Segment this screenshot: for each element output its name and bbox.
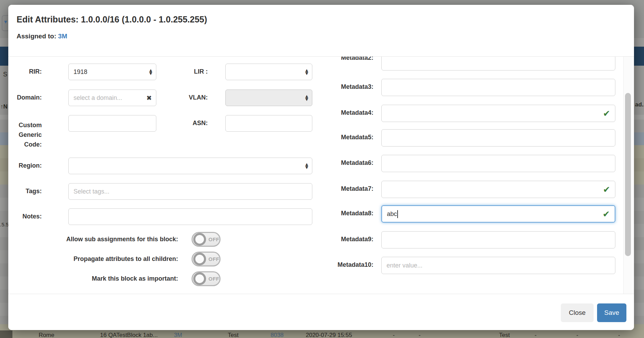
metadata6-input[interactable] — [381, 155, 615, 172]
propagate-attributes-toggle[interactable]: OFF — [192, 252, 221, 266]
clear-domain-icon[interactable]: ✖ — [146, 94, 152, 102]
assigned-to-line: Assigned to: 3M — [17, 32, 67, 40]
domain-input[interactable]: select a domain... ✖ — [68, 90, 156, 106]
metadata8-input[interactable]: abc ✔ — [381, 205, 615, 223]
metadata10-label: Metadata10: — [305, 261, 373, 269]
metadata9-label: Metadata9: — [305, 236, 373, 243]
bg-cell-dash: - — [618, 332, 620, 338]
modal-scrollbar-track[interactable] — [623, 57, 634, 294]
tags-input[interactable]: Select tags... — [68, 183, 312, 200]
bg-cell-blockname: 16 QATestBlock 1ab... — [100, 332, 158, 338]
tags-placeholder: Select tags... — [74, 188, 109, 195]
metadata2-input[interactable] — [381, 57, 615, 71]
bg-cell-text: Test — [228, 332, 238, 338]
metadata6-label: Metadata6: — [305, 159, 373, 167]
bg-header-right-fragment: ad... — [635, 101, 644, 108]
metadata10-placeholder: enter value... — [387, 262, 422, 269]
vlan-label: VLAN: — [160, 94, 208, 101]
metadata5-input[interactable] — [381, 129, 615, 147]
modal-title: Edit Attributes: 1.0.0.0/16 (1.0.0.0 - 1… — [17, 15, 207, 25]
select-arrows-icon: ▲▼ — [305, 95, 308, 101]
modal-scrollbar-thumb[interactable] — [625, 93, 631, 256]
bg-cell-region: Rome — [39, 332, 54, 338]
toggle-knob — [193, 272, 206, 285]
toggle-state-label: OFF — [208, 276, 219, 282]
bg-cell-dash: - — [576, 332, 578, 338]
assigned-to-link[interactable]: 3M — [58, 32, 67, 40]
allow-sub-assignments-label: Allow sub assignments for this block: — [43, 236, 178, 243]
bg-cell-datetime: 2020-07-29 15:55 — [306, 332, 352, 338]
modal-body-scroll-area: RIR: 1918 ▲▼ LIR : ▲▼ Domain: select a d… — [8, 57, 634, 294]
region-select[interactable]: ▲▼ — [68, 158, 312, 174]
metadata2-label: Metadata2: — [305, 57, 373, 61]
rir-select-value: 1918 — [74, 68, 87, 76]
rir-label: RIR: — [8, 68, 42, 75]
close-button[interactable]: Close — [561, 303, 594, 322]
metadata3-input[interactable] — [381, 79, 615, 96]
modal-footer: Close Save — [8, 294, 634, 330]
toggle-state-label: OFF — [208, 256, 219, 262]
region-label: Region: — [8, 162, 42, 169]
valid-check-icon: ✔ — [603, 109, 610, 119]
mark-important-toggle[interactable]: OFF — [192, 271, 221, 286]
metadata4-label: Metadata4: — [305, 109, 373, 116]
asn-input[interactable] — [225, 115, 312, 132]
metadata9-input[interactable] — [381, 231, 615, 248]
lir-label: LIR : — [160, 68, 208, 75]
metadata8-label: Metadata8: — [305, 210, 373, 217]
custom-generic-code-input[interactable] — [68, 115, 156, 132]
bg-search-fragment: S — [3, 71, 7, 78]
bg-cell-dash: - — [535, 332, 537, 338]
select-arrows-icon: ▲▼ — [305, 69, 308, 75]
assigned-to-label: Assigned to: — [17, 32, 56, 40]
lir-select[interactable]: ▲▼ — [225, 64, 312, 80]
valid-check-icon: ✔ — [603, 185, 610, 195]
toggle-knob — [193, 253, 206, 265]
metadata10-input[interactable]: enter value... — [381, 257, 615, 274]
propagate-attributes-label: Propagate attributes to all children: — [43, 255, 178, 263]
rir-select[interactable]: 1918 ▲▼ — [68, 64, 156, 80]
valid-check-icon: ✔ — [603, 209, 610, 219]
dropdown-caret-icon: ▼ — [4, 20, 7, 24]
bg-bottom-left-cell — [0, 330, 12, 338]
bg-cell-dash: - — [419, 332, 421, 338]
screen: ▼ S ↑N ad... .5.5. Rome 16 QATestBlock 1… — [0, 0, 644, 338]
metadata3-label: Metadata3: — [305, 83, 373, 91]
modal-header: Edit Attributes: 1.0.0.0/16 (1.0.0.0 - 1… — [8, 5, 634, 57]
bg-cell-assigned-link[interactable]: 3M — [174, 332, 182, 338]
metadata7-label: Metadata7: — [305, 185, 373, 193]
bg-cell-id-link[interactable]: 8038 — [271, 332, 284, 338]
domain-placeholder: select a domain... — [74, 94, 122, 102]
metadata7-input[interactable]: ✔ — [381, 181, 615, 198]
bg-cell-text: Test — [499, 332, 510, 338]
text-cursor — [397, 210, 398, 218]
metadata8-value: abc — [387, 210, 397, 218]
tags-label: Tags: — [8, 188, 42, 195]
metadata4-input[interactable]: ✔ — [381, 105, 615, 122]
vlan-select: ▲▼ — [225, 90, 312, 106]
toggle-knob — [193, 233, 206, 246]
notes-label: Notes: — [8, 213, 42, 220]
custom-generic-code-label: Custom Generic Code: — [8, 120, 42, 149]
toggle-state-label: OFF — [208, 236, 219, 242]
metadata5-label: Metadata5: — [305, 134, 373, 141]
select-arrows-icon: ▲▼ — [149, 69, 152, 75]
bg-name-column-fragment: ↑N — [0, 103, 8, 110]
mark-important-label: Mark this block as important: — [43, 275, 178, 282]
save-button[interactable]: Save — [597, 303, 626, 322]
allow-sub-assignments-toggle[interactable]: OFF — [192, 232, 221, 247]
notes-input[interactable] — [68, 208, 312, 225]
edit-attributes-modal: Edit Attributes: 1.0.0.0/16 (1.0.0.0 - 1… — [8, 5, 634, 330]
asn-label: ASN: — [160, 120, 208, 127]
bg-cell-dash: - — [393, 332, 395, 338]
domain-label: Domain: — [8, 94, 42, 101]
